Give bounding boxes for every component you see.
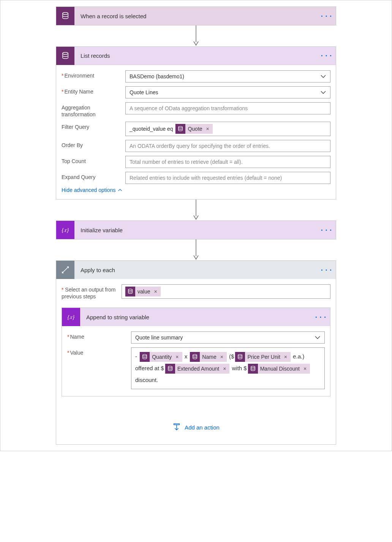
database-icon bbox=[190, 352, 200, 362]
svg-point-13 bbox=[251, 366, 255, 368]
chevron-up-icon bbox=[118, 188, 122, 192]
chevron-down-icon bbox=[315, 334, 321, 341]
step-title: When a record is selected bbox=[74, 13, 318, 19]
token-remove[interactable]: × bbox=[218, 352, 226, 362]
loop-icon bbox=[56, 261, 74, 279]
step-header[interactable]: {𝑥} Append to string variable ··· bbox=[62, 308, 330, 326]
token-remove[interactable]: × bbox=[221, 363, 229, 374]
topcount-input[interactable]: Total number of entries to retrieve (def… bbox=[125, 156, 330, 168]
label-aggregation: Aggregation transformation bbox=[62, 102, 122, 118]
step-menu-button[interactable]: ··· bbox=[318, 261, 336, 279]
step-title: Append to string variable bbox=[80, 314, 312, 320]
svg-point-12 bbox=[168, 366, 172, 368]
add-action-button[interactable]: Add an action bbox=[56, 396, 336, 443]
step-title: Apply to each bbox=[74, 267, 318, 273]
entity-select[interactable]: Quote Lines bbox=[125, 86, 330, 98]
svg-point-7 bbox=[128, 289, 133, 290]
add-action-icon bbox=[172, 423, 181, 431]
token-remove[interactable]: × bbox=[204, 126, 212, 132]
step-menu-button[interactable]: ··· bbox=[318, 221, 336, 239]
label-select-output: Select an output from previous steps bbox=[62, 284, 119, 300]
variable-icon: {𝑥} bbox=[56, 221, 74, 239]
svg-point-9 bbox=[143, 354, 147, 356]
database-icon bbox=[175, 124, 185, 134]
select-output-input[interactable]: value × bbox=[122, 284, 330, 299]
step-list-records: List records ··· Environment BASDemo (ba… bbox=[56, 46, 336, 200]
label-filter: Filter Query bbox=[62, 122, 122, 131]
step-menu-button[interactable]: ··· bbox=[318, 47, 336, 65]
token-extended-amount[interactable]: Extended Amount× bbox=[165, 364, 230, 374]
token-remove[interactable]: × bbox=[282, 352, 290, 362]
value-input[interactable]: - Quantity× x Name× ($Price Per Unit× e.… bbox=[131, 347, 325, 389]
step-menu-button[interactable]: ··· bbox=[312, 308, 330, 326]
step-initialize-variable[interactable]: {𝑥} Initialize variable ··· bbox=[56, 220, 336, 239]
svg-rect-14 bbox=[174, 424, 180, 425]
database-icon bbox=[140, 352, 150, 362]
variable-icon: {𝑥} bbox=[62, 308, 80, 326]
step-trigger[interactable]: When a record is selected ··· bbox=[56, 6, 336, 25]
token-name[interactable]: Name× bbox=[190, 352, 227, 362]
label-orderby: Order By bbox=[62, 140, 122, 149]
orderby-input[interactable]: An ODATA orderBy query for specifying th… bbox=[125, 140, 330, 152]
token-value[interactable]: value × bbox=[125, 287, 161, 296]
step-title: Initialize variable bbox=[74, 227, 318, 233]
label-expand: Expand Query bbox=[62, 172, 122, 181]
database-icon bbox=[56, 47, 74, 65]
database-icon bbox=[125, 287, 135, 296]
database-icon bbox=[165, 364, 175, 374]
variable-name-select[interactable]: Quote line summary bbox=[131, 331, 325, 344]
svg-point-11 bbox=[238, 354, 242, 356]
token-quantity[interactable]: Quantity× bbox=[139, 352, 182, 362]
token-price-per-unit[interactable]: Price Per Unit× bbox=[235, 352, 291, 362]
database-icon bbox=[235, 352, 245, 362]
expand-input[interactable]: Related entries to include with requeste… bbox=[125, 172, 330, 184]
step-append-to-string: {𝑥} Append to string variable ··· Name Q… bbox=[62, 307, 330, 396]
step-title: List records bbox=[74, 52, 318, 59]
svg-point-10 bbox=[193, 354, 197, 356]
label-value: Value bbox=[67, 347, 128, 357]
svg-point-2 bbox=[63, 52, 68, 54]
connector-arrow bbox=[56, 200, 336, 220]
step-apply-to-each: Apply to each ··· Select an output from … bbox=[56, 260, 336, 445]
step-menu-button[interactable]: ··· bbox=[318, 7, 336, 25]
connector-arrow bbox=[56, 25, 336, 46]
token-remove[interactable]: × bbox=[152, 288, 160, 295]
aggregation-input[interactable]: A sequence of OData aggregation transfor… bbox=[125, 102, 330, 114]
step-header[interactable]: Apply to each ··· bbox=[56, 261, 336, 279]
connector-arrow bbox=[56, 239, 336, 260]
hide-advanced-link[interactable]: Hide advanced options bbox=[62, 184, 330, 197]
database-icon bbox=[248, 364, 258, 374]
label-name: Name bbox=[67, 331, 128, 341]
token-quote[interactable]: Quote × bbox=[175, 124, 212, 134]
chevron-down-icon bbox=[320, 73, 326, 79]
svg-point-0 bbox=[63, 13, 68, 15]
token-manual-discount[interactable]: Manual Discount× bbox=[248, 364, 310, 374]
label-environment: Environment bbox=[62, 70, 122, 79]
label-topcount: Top Count bbox=[62, 156, 122, 165]
label-entity: Entity Name bbox=[62, 86, 122, 95]
token-remove[interactable]: × bbox=[301, 363, 310, 374]
database-icon bbox=[56, 7, 74, 25]
environment-select[interactable]: BASDemo (basdemo1) bbox=[125, 70, 330, 82]
svg-text:{𝑥}: {𝑥} bbox=[62, 227, 69, 233]
svg-text:{𝑥}: {𝑥} bbox=[67, 314, 74, 320]
chevron-down-icon bbox=[320, 89, 326, 95]
token-remove[interactable]: × bbox=[173, 352, 182, 362]
step-header[interactable]: List records ··· bbox=[56, 47, 336, 65]
filter-input[interactable]: _quoteid_value eq Quote × bbox=[125, 122, 330, 136]
svg-point-3 bbox=[179, 126, 183, 128]
